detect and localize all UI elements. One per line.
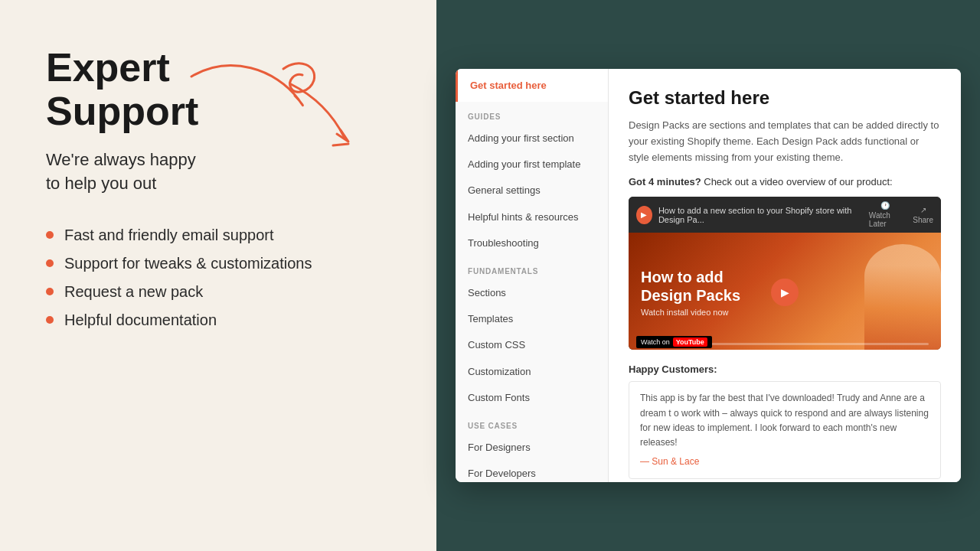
sidebar-section-fundamentals: FUNDAMENTALS: [456, 256, 608, 280]
person-silhouette: [864, 244, 941, 350]
bullet-dot: [46, 259, 54, 267]
youtube-logo: YouTube: [673, 337, 707, 347]
right-panel: Get started here GUIDES Adding your firs…: [436, 0, 980, 551]
help-widget: Get started here GUIDES Adding your firs…: [456, 69, 961, 482]
bullet-dot: [46, 288, 54, 295]
sidebar-item-helpful-hints[interactable]: Helpful hints & resources: [456, 204, 608, 230]
bullet-dot: [46, 231, 54, 239]
testimonial-author: — Sun & Lace: [640, 455, 929, 469]
happy-customers-label: Happy Customers:: [629, 364, 941, 375]
sidebar-item-adding-first-section[interactable]: Adding your first section: [456, 126, 608, 152]
share-btn[interactable]: ↗ Share: [913, 206, 933, 224]
got-minutes-text: Got 4 minutes? Check out a video overvie…: [629, 176, 941, 187]
video-header-left: ▶ How to add a new section to your Shopi…: [636, 206, 869, 224]
decorative-arrow: [184, 61, 398, 161]
video-main-title-line1: How to add: [641, 268, 740, 286]
video-main-title-line2: Design Packs: [641, 286, 740, 305]
video-header-title: How to add a new section to your Shopify…: [658, 206, 869, 224]
content-description: Design Packs are sections and templates …: [629, 118, 941, 165]
content-title: Get started here: [629, 87, 941, 109]
list-item: Support for tweaks & customizations: [46, 255, 390, 272]
sidebar-item-general-settings[interactable]: General settings: [456, 178, 608, 204]
sidebar-item-custom-css[interactable]: Custom CSS: [456, 332, 608, 358]
help-sidebar: Get started here GUIDES Adding your firs…: [456, 69, 609, 482]
sidebar-item-troubleshooting[interactable]: Troubleshooting: [456, 230, 608, 256]
video-header: ▶ How to add a new section to your Shopi…: [629, 197, 941, 233]
sidebar-item-templates[interactable]: Templates: [456, 306, 608, 332]
left-panel: Expert Support We're always happy to hel…: [0, 0, 436, 551]
sidebar-item-sections[interactable]: Sections: [456, 280, 608, 306]
list-item: Helpful documentation: [46, 311, 390, 329]
youtube-badge: Watch on YouTube: [636, 336, 712, 348]
sidebar-item-customization[interactable]: Customization: [456, 359, 608, 385]
sidebar-item-for-designers[interactable]: For Designers: [456, 435, 608, 461]
video-sub-text: Watch install video now: [641, 308, 740, 317]
sidebar-section-guides: GUIDES: [456, 102, 608, 126]
video-header-right: 🕐 Watch Later ↗ Share: [869, 201, 933, 228]
sidebar-item-custom-fonts[interactable]: Custom Fonts: [456, 385, 608, 411]
youtube-bar: Watch on YouTube: [636, 336, 712, 348]
watch-later-btn[interactable]: 🕐 Watch Later: [869, 201, 900, 228]
sidebar-section-use-cases: USE CASES: [456, 411, 608, 435]
list-item: Fast and friendly email support: [46, 227, 390, 244]
content-area: Get started here Design Packs are sectio…: [609, 69, 961, 482]
sidebar-item-adding-first-template[interactable]: Adding your first template: [456, 152, 608, 178]
feature-list: Fast and friendly email support Support …: [46, 227, 390, 329]
sidebar-item-get-started[interactable]: Get started here: [456, 69, 608, 102]
video-main: How to add Design Packs Watch install vi…: [629, 233, 941, 350]
video-play-icon: ▶: [636, 206, 652, 224]
testimonial-box: This app is by far the best that I've do…: [629, 381, 941, 479]
video-text-block: How to add Design Packs Watch install vi…: [641, 268, 740, 317]
list-item: Request a new pack: [46, 283, 390, 301]
bullet-dot: [46, 316, 54, 324]
watch-on-label: Watch on: [641, 338, 670, 346]
sidebar-item-for-developers[interactable]: For Developers: [456, 461, 608, 482]
video-thumbnail[interactable]: ▶ How to add a new section to your Shopi…: [629, 197, 941, 350]
testimonial-text: This app is by far the best that I've do…: [640, 393, 929, 448]
video-play-button[interactable]: ▶: [771, 279, 799, 306]
